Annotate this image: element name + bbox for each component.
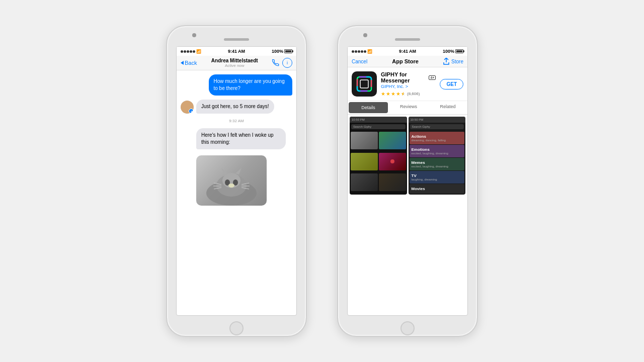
screenshot-inner-right: 10:50 PM Search Giphy Actions dreaming, … <box>409 117 466 195</box>
menu-item-actions[interactable]: Actions dreaming, dancing, falling <box>410 132 465 144</box>
message-text-1: How much longer are you going to be ther… <box>214 78 285 91</box>
store-button[interactable]: Store <box>451 59 463 64</box>
appstore-title: App Store <box>392 58 419 64</box>
gif-thumb-3 <box>351 153 378 170</box>
app-name-row: GIPHY for Messenger 4+ <box>381 71 436 84</box>
tabs-row: Details Reviews Related <box>348 101 467 115</box>
menu-item-tv[interactable]: TV laughing, dreaming <box>410 171 465 184</box>
battery-fill-left <box>285 50 291 52</box>
svg-rect-14 <box>357 77 371 91</box>
cancel-button[interactable]: Cancel <box>352 59 367 64</box>
phone-call-icon[interactable] <box>272 59 279 66</box>
screenshot-status-left: 10:50 PM <box>350 117 407 123</box>
age-rating-badge: 4+ <box>429 75 436 80</box>
battery-pct-left: 100% <box>272 49 283 54</box>
message-bubble-out-1: How much longer are you going to be ther… <box>209 74 293 96</box>
menu-item-emotions[interactable]: Emotions excited, laughing, dreaming <box>410 145 465 157</box>
app-details: GIPHY for Messenger 4+ GIPHY, Inc. > ★ ★… <box>381 71 436 97</box>
star-2: ★ <box>386 91 390 97</box>
menu-memes-sub: excited, laughing, dreaming <box>412 165 463 168</box>
info-button[interactable]: i <box>282 58 292 68</box>
status-time-left: 9:41 AM <box>228 49 245 54</box>
timestamp-1: 9:32 AM <box>181 119 292 123</box>
menu-item-movies[interactable]: Movies <box>410 184 465 194</box>
phone-bottom-left <box>229 321 244 336</box>
messenger-badge: ✦ <box>189 109 194 114</box>
tab-reviews[interactable]: Reviews <box>389 101 428 114</box>
signal-area-right: 📶 <box>352 49 372 54</box>
category-menu-list: Actions dreaming, dancing, falling Emoti… <box>409 131 466 195</box>
battery-fill-right <box>456 50 462 52</box>
back-chevron-icon <box>181 61 184 65</box>
svg-marker-4 <box>235 168 242 174</box>
screenshot-inner-left: 10:50 PM Search Giphy <box>350 117 407 195</box>
back-button[interactable]: Back <box>181 60 197 66</box>
battery-icon-right <box>455 49 463 53</box>
screenshots-area: 10:50 PM Search Giphy <box>348 115 467 197</box>
tab-details[interactable]: Details <box>349 102 388 113</box>
star-1: ★ <box>381 91 385 97</box>
contact-info: Andrea Mittelstaedt Active now <box>211 58 258 68</box>
status-bar-right: 📶 9:41 AM 100% <box>348 47 467 56</box>
star-rating: ★ ★ ★ ★ ★★ <box>381 91 406 97</box>
dot1 <box>181 50 183 53</box>
screenshot-search-left[interactable]: Search Giphy <box>351 124 406 129</box>
battery-pct-right: 100% <box>443 49 454 54</box>
screenshot-search-text-right: Search Giphy <box>412 125 430 128</box>
dot-r5 <box>364 50 366 53</box>
dot3 <box>187 50 189 53</box>
back-label: Back <box>185 60 197 66</box>
screenshot-giphy-grid: 10:50 PM Search Giphy <box>350 117 407 195</box>
gif-thumb-1 <box>351 132 378 149</box>
app-developer[interactable]: GIPHY, Inc. > <box>381 84 436 89</box>
menu-tv-sub: laughing, dreaming <box>412 178 463 181</box>
messages-body: How much longer are you going to be ther… <box>177 70 296 210</box>
gif-thumb-2 <box>379 132 406 149</box>
menu-movies-label: Movies <box>412 187 463 191</box>
app-rating-row: ★ ★ ★ ★ ★★ (8,606) <box>381 91 436 97</box>
cat-silhouette-icon <box>201 165 262 206</box>
contact-name: Andrea Mittelstaedt <box>211 58 258 63</box>
svg-marker-3 <box>221 168 227 174</box>
share-icon[interactable] <box>443 58 449 65</box>
dot4 <box>190 50 192 53</box>
svg-rect-15 <box>357 77 371 91</box>
svg-rect-18 <box>360 80 368 88</box>
message-bubble-in-2: Here's how I felt when I woke up this mo… <box>196 128 286 149</box>
dot2 <box>184 50 186 53</box>
menu-actions-sub: dreaming, dancing, falling <box>412 139 463 142</box>
menu-emotions-label: Emotions <box>412 147 463 152</box>
menu-item-memes[interactable]: Memes excited, laughing, dreaming <box>410 158 465 170</box>
screenshot-giphy-menu: 10:50 PM Search Giphy Actions dreaming, … <box>409 117 466 195</box>
signal-dots-right <box>352 50 366 53</box>
dot5 <box>193 50 195 53</box>
wifi-icon-right: 📶 <box>367 49 372 54</box>
tab-related[interactable]: Related <box>428 101 467 114</box>
screenshot-time-left: 10:50 PM <box>352 118 365 121</box>
messenger-icon: ✦ <box>190 110 192 113</box>
status-bar-left: 📶 9:41 AM 100% <box>177 47 296 56</box>
battery-area-left: 100% <box>272 49 292 54</box>
screenshot-search-text-left: Search Giphy <box>353 125 371 128</box>
home-button-right[interactable] <box>400 321 415 335</box>
screenshot-search-right[interactable]: Search Giphy <box>410 124 464 129</box>
dot-r4 <box>361 50 363 53</box>
home-button-left[interactable] <box>229 321 244 335</box>
timestamp-text-1: 9:32 AM <box>229 119 244 123</box>
speaker-left <box>224 38 249 41</box>
rating-count: (8,606) <box>407 92 420 96</box>
get-button[interactable]: GET <box>440 79 463 89</box>
phone-left: 📶 9:41 AM 100% Back Andrea Mittelstaedt … <box>166 25 307 337</box>
camera-right <box>363 33 367 37</box>
tab-related-label: Related <box>440 104 455 109</box>
app-icon <box>352 71 377 97</box>
menu-emotions-sub: excited, laughing, dreaming <box>412 152 463 155</box>
messages-screen: 📶 9:41 AM 100% Back Andrea Mittelstaedt … <box>176 46 297 316</box>
nav-icons: i <box>272 58 292 68</box>
svg-rect-17 <box>357 77 371 91</box>
cat-image <box>196 155 267 206</box>
phone-right: 📶 9:41 AM 100% Cancel App Store Store <box>337 25 478 337</box>
star-half: ★★ <box>401 91 406 97</box>
gif-thumb-5 <box>351 173 378 191</box>
dot-r3 <box>358 50 360 53</box>
